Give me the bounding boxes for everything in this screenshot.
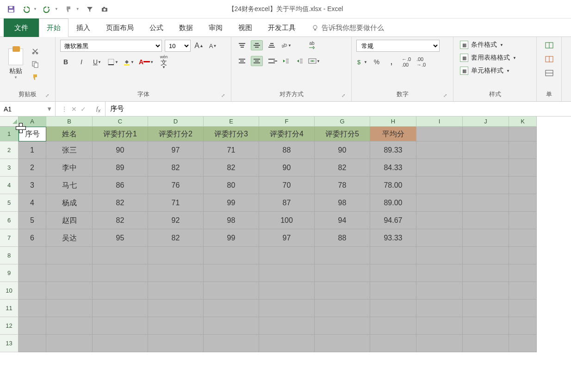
cell-E5[interactable]: 99 [204,194,259,212]
cell-B13[interactable] [46,335,93,352]
table-format-button[interactable]: ▦套用表格格式▼ [458,53,518,63]
column-header-F[interactable]: F [259,116,315,127]
cell-F10[interactable] [259,282,315,300]
cell-F4[interactable]: 70 [259,177,315,194]
comma-button[interactable]: , [386,56,397,67]
cell-E9[interactable] [204,264,259,282]
cell-H10[interactable] [370,282,416,300]
cell-J2[interactable] [463,141,509,159]
cell-H13[interactable] [370,335,416,352]
cell-A2[interactable]: 1 [19,141,46,159]
increase-font-button[interactable]: A▲ [193,40,205,51]
currency-button[interactable]: $▼ [356,56,367,67]
cell-A8[interactable] [19,247,46,264]
tab-page-layout[interactable]: 页面布局 [98,18,142,37]
tab-developer[interactable]: 开发工具 [260,18,304,37]
cell-I9[interactable] [416,264,463,282]
increase-decimal-button[interactable]: ←.0.00 [401,56,412,67]
cell-A1[interactable]: 序号 [19,127,46,141]
cell-B7[interactable]: 吴达 [46,229,93,247]
cell-C10[interactable] [93,282,148,300]
cell-C7[interactable]: 95 [93,229,148,247]
cell-K12[interactable] [509,317,537,335]
increase-indent-button[interactable] [294,55,305,67]
cell-F11[interactable] [259,300,315,317]
row-header-1[interactable]: 1 [0,127,19,141]
cell-H7[interactable]: 93.33 [370,229,416,247]
cell-F7[interactable]: 97 [259,229,315,247]
cell-C3[interactable]: 89 [93,159,148,177]
paste-button[interactable]: 粘贴 ▼ [5,47,27,81]
cell-G11[interactable] [315,300,370,317]
font-size-select[interactable]: 10 [165,40,191,52]
cell-E3[interactable]: 82 [204,159,259,177]
cell-K4[interactable] [509,177,537,194]
cell-D3[interactable]: 82 [148,159,204,177]
cell-F6[interactable]: 100 [259,212,315,229]
format-painter-button[interactable] [62,3,75,16]
select-all-corner[interactable] [0,116,19,127]
cell-K11[interactable] [509,300,537,317]
cell-G3[interactable]: 82 [315,159,370,177]
align-middle-button[interactable] [251,40,263,50]
cell-H11[interactable] [370,300,416,317]
cell-B5[interactable]: 杨成 [46,194,93,212]
row-header-11[interactable]: 11 [0,300,19,317]
cell-J8[interactable] [463,247,509,264]
cell-A4[interactable]: 3 [19,177,46,194]
cell-K3[interactable] [509,159,537,177]
cell-E11[interactable] [204,300,259,317]
cell-K8[interactable] [509,247,537,264]
cell-J9[interactable] [463,264,509,282]
brush-dropdown[interactable]: ▼ [76,7,80,11]
font-color-button[interactable]: A▼ [139,56,154,67]
align-left-button[interactable] [236,56,248,66]
cell-F5[interactable]: 87 [259,194,315,212]
column-header-E[interactable]: E [204,116,259,127]
cell-C1[interactable]: 评委打分1 [93,127,148,141]
cell-C12[interactable] [93,317,148,335]
cell-G10[interactable] [315,282,370,300]
cell-A7[interactable]: 6 [19,229,46,247]
cell-F9[interactable] [259,264,315,282]
cell-D7[interactable]: 82 [148,229,204,247]
cell-H2[interactable]: 89.33 [370,141,416,159]
align-right-button[interactable] [266,56,278,66]
cell-K13[interactable] [509,335,537,352]
cell-I11[interactable] [416,300,463,317]
cell-B6[interactable]: 赵四 [46,212,93,229]
cell-I10[interactable] [416,282,463,300]
cell-J12[interactable] [463,317,509,335]
cell-C4[interactable]: 86 [93,177,148,194]
merge-button[interactable]: ▼ [308,55,320,67]
cell-D10[interactable] [148,282,204,300]
cell-C13[interactable] [93,335,148,352]
tab-insert[interactable]: 插入 [68,18,98,37]
undo-button[interactable] [19,3,32,16]
cell-K5[interactable] [509,194,537,212]
cell-K6[interactable] [509,212,537,229]
column-header-K[interactable]: K [509,116,537,127]
cell-E2[interactable]: 71 [204,141,259,159]
cell-G6[interactable]: 94 [315,212,370,229]
cell-D2[interactable]: 97 [148,141,204,159]
redo-button[interactable] [41,3,54,16]
cell-C2[interactable]: 90 [93,141,148,159]
cell-J6[interactable] [463,212,509,229]
format-painter-ribbon-button[interactable] [30,72,41,83]
camera-button[interactable] [98,3,111,16]
cancel-button[interactable]: ✕ [71,105,77,113]
cell-G8[interactable] [315,247,370,264]
cell-H9[interactable] [370,264,416,282]
row-header-6[interactable]: 6 [0,212,19,229]
cell-C6[interactable]: 82 [93,212,148,229]
cell-E1[interactable]: 评委打分3 [204,127,259,141]
column-header-D[interactable]: D [148,116,204,127]
column-header-G[interactable]: G [315,116,370,127]
cell-B10[interactable] [46,282,93,300]
cell-H8[interactable] [370,247,416,264]
column-header-H[interactable]: H [370,116,416,127]
formula-input[interactable] [105,102,571,116]
cell-J5[interactable] [463,194,509,212]
cell-I1[interactable] [416,127,463,141]
